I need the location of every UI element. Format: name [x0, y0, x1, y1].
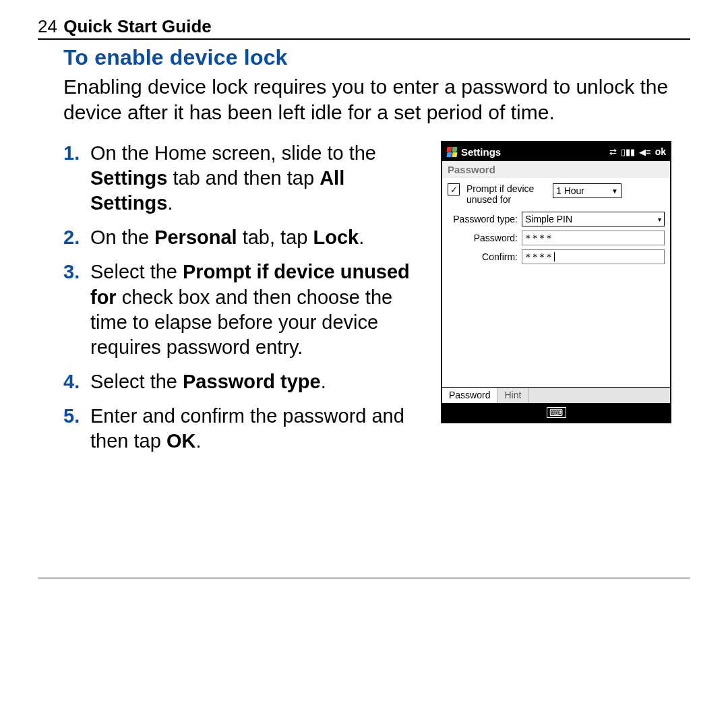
device-screenshot: Settings ⇄ ▯▮▮ ◀≡ ok Password ✓ Prompt i…	[441, 141, 671, 423]
sync-icon: ⇄	[609, 147, 617, 157]
chevron-down-icon: ▼	[611, 187, 618, 195]
prompt-label: Prompt if device unused for	[466, 183, 546, 205]
start-icon[interactable]	[446, 146, 457, 157]
page-header: 24 Quick Start Guide	[38, 16, 690, 40]
footer-rule	[38, 578, 690, 578]
section-heading: To enable device lock	[63, 45, 690, 70]
password-label: Password:	[448, 233, 518, 243]
tab-bar-filler	[528, 388, 670, 403]
window-title: Settings	[461, 146, 501, 158]
tab-bar: Password Hint	[442, 387, 670, 403]
tab-password[interactable]: Password	[442, 388, 497, 403]
confirm-label: Confirm:	[448, 251, 518, 262]
idle-time-dropdown[interactable]: 1 Hour ▼	[553, 183, 621, 198]
signal-icon: ▯▮▮	[621, 147, 635, 157]
prompt-row: ✓ Prompt if device unused for 1 Hour ▼	[448, 183, 665, 205]
keyboard-icon[interactable]: ⌨	[547, 407, 566, 418]
step-1: On the Home screen, slide to the Setting…	[63, 141, 421, 216]
step-4: Select the Password type.	[63, 369, 421, 394]
step-3: Select the Prompt if device unused for c…	[63, 260, 421, 359]
text: tab, tap	[237, 226, 313, 248]
confirm-input[interactable]: ****	[522, 249, 665, 264]
text: .	[359, 226, 364, 248]
section-intro: Enabling device lock requires you to ent…	[63, 74, 690, 125]
step-2: On the Personal tab, tap Lock.	[63, 225, 421, 250]
password-type-dropdown[interactable]: Simple PIN ▾	[522, 212, 665, 226]
steps-column: On the Home screen, slide to the Setting…	[63, 141, 421, 463]
tab-hint[interactable]: Hint	[497, 388, 528, 403]
chevron-down-icon: ▾	[658, 216, 661, 223]
bold: Settings	[90, 167, 167, 189]
prompt-checkbox[interactable]: ✓	[448, 183, 460, 195]
password-value: ****	[525, 233, 553, 243]
page-title: Quick Start Guide	[63, 16, 212, 36]
password-type-value: Simple PIN	[525, 214, 572, 224]
text: unused for	[466, 194, 511, 205]
content-columns: On the Home screen, slide to the Setting…	[63, 141, 690, 463]
text-cursor	[554, 252, 555, 262]
text: check box and then choose the time to el…	[90, 286, 392, 358]
text: Prompt if device	[466, 183, 534, 194]
text: Enter and confirm the password and then …	[90, 405, 404, 452]
text: On the	[90, 226, 154, 248]
password-type-row: Password type: Simple PIN ▾	[448, 212, 665, 226]
bold: Password type	[183, 371, 321, 392]
step-5: Enter and confirm the password and then …	[63, 404, 421, 454]
page-number: 24	[38, 16, 57, 36]
form-area: ✓ Prompt if device unused for 1 Hour ▼ P…	[442, 178, 670, 387]
text: On the Home screen, slide to the	[90, 142, 376, 164]
screen-subhead: Password	[442, 161, 670, 178]
bold: Lock	[313, 226, 359, 248]
text: .	[321, 371, 326, 392]
page: 24 Quick Start Guide To enable device lo…	[0, 0, 728, 728]
bold: OK	[166, 430, 196, 452]
password-input[interactable]: ****	[522, 231, 665, 245]
volume-icon: ◀≡	[639, 147, 651, 157]
soft-key-bar: ⌨	[442, 403, 670, 422]
confirm-value: ****	[525, 251, 553, 262]
step-list: On the Home screen, slide to the Setting…	[63, 141, 421, 454]
text: .	[167, 192, 173, 214]
text: .	[195, 430, 201, 452]
ok-button[interactable]: ok	[655, 146, 666, 157]
text: Select the	[90, 261, 183, 282]
status-icons: ⇄ ▯▮▮ ◀≡	[609, 147, 651, 157]
title-bar: Settings ⇄ ▯▮▮ ◀≡ ok	[442, 142, 670, 161]
text: Select the	[90, 371, 183, 392]
idle-time-value: 1 Hour	[556, 185, 584, 196]
bold: Personal	[154, 226, 237, 248]
password-row: Password: ****	[448, 231, 665, 245]
password-type-label: Password type:	[448, 214, 518, 224]
confirm-row: Confirm: ****	[448, 249, 665, 264]
text: tab and then tap	[167, 167, 320, 189]
